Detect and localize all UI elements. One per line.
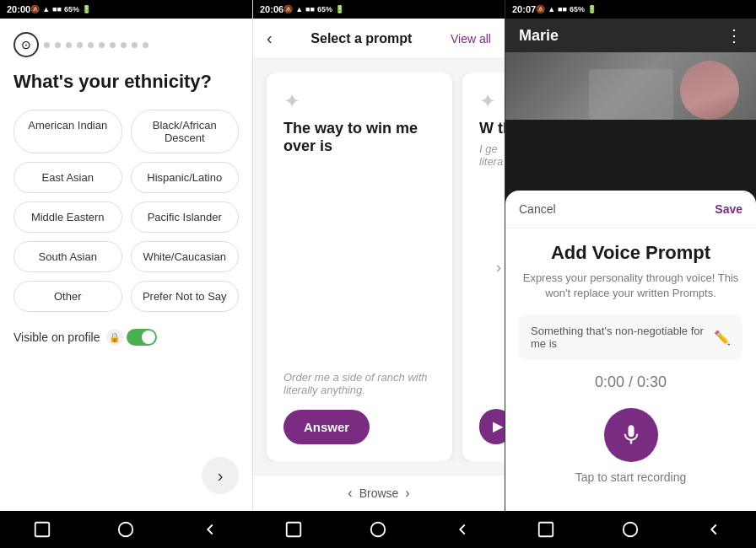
- page-title: What's your ethnicity?: [14, 71, 239, 93]
- progress-dot: [77, 42, 83, 48]
- ethnicity-chip-pacific-islander[interactable]: Pacific Islander: [131, 201, 240, 233]
- voice-modal-wrapper: Cancel Save Add Voice Prompt Express you…: [505, 120, 756, 511]
- nav-circle-icon-3: [621, 520, 640, 539]
- progress-circle: ⊙: [14, 32, 39, 57]
- browse-navigation: ‹ Browse ›: [253, 475, 505, 511]
- voice-prompt-panel: 20:07 🔕 ▲ ■■ 65% 🔋 Marie ⋮: [505, 0, 756, 511]
- profile-photo-background: [505, 52, 756, 120]
- browse-right-chevron[interactable]: ›: [405, 486, 409, 501]
- mic-icon: [619, 423, 643, 447]
- svg-point-3: [371, 523, 386, 537]
- visible-toggle-container: 🔒: [106, 329, 157, 346]
- progress-dot: [66, 42, 72, 48]
- ethnicity-chip-middle-eastern[interactable]: Middle Eastern: [14, 201, 122, 233]
- status-time-3: 20:07: [512, 4, 536, 14]
- progress-dot: [132, 42, 138, 48]
- svg-point-5: [623, 523, 637, 537]
- svg-rect-4: [539, 523, 554, 537]
- browse-left-chevron[interactable]: ‹: [348, 486, 352, 501]
- progress-indicator: ⊙: [14, 32, 239, 57]
- ethnicity-chip-prefer-not[interactable]: Prefer Not to Say: [131, 281, 240, 312]
- next-button[interactable]: ›: [202, 457, 239, 494]
- progress-dot: [99, 42, 105, 48]
- ethnicity-chip-american-indian[interactable]: American Indian: [14, 110, 122, 153]
- header-title: Select a prompt: [310, 31, 412, 46]
- edit-icon[interactable]: ✏️: [714, 330, 731, 346]
- mic-container: Tap to start recording: [519, 408, 742, 497]
- voice-prompt-modal: Cancel Save Add Voice Prompt Express you…: [505, 191, 756, 511]
- profile-name: Marie: [519, 27, 559, 45]
- prompt-input-row: Something that's non-negotiable for me i…: [519, 314, 742, 360]
- prompt-card-1: ✦ The way to win me over is Order me a s…: [267, 73, 452, 461]
- svg-point-1: [119, 523, 133, 537]
- prompt-cards-area: ✦ The way to win me over is Order me a s…: [253, 59, 505, 475]
- profile-header: Marie ⋮: [505, 19, 756, 52]
- status-bar-1: 20:00 🔕 ▲ ■■ 65% 🔋: [0, 0, 252, 19]
- modal-header: Cancel Save: [505, 191, 756, 228]
- scroll-right-icon[interactable]: ›: [496, 258, 501, 276]
- visible-label: Visible on profile: [14, 330, 100, 344]
- tap-start-label: Tap to start recording: [575, 470, 687, 484]
- ethnicity-grid: American Indian Black/African Descent Ea…: [14, 110, 239, 312]
- nav-back-icon-2: [453, 520, 472, 539]
- view-all-link[interactable]: View all: [451, 32, 491, 46]
- ethnicity-chip-black-african[interactable]: Black/African Descent: [131, 110, 240, 153]
- ethnicity-chip-other[interactable]: Other: [14, 281, 122, 312]
- status-icons-3: 🔕 ▲ ■■ 65% 🔋: [536, 5, 597, 13]
- svg-rect-0: [35, 523, 50, 537]
- cancel-button[interactable]: Cancel: [519, 202, 556, 216]
- browse-label: Browse: [359, 486, 399, 500]
- prompt-card-text-1: The way to win me over is: [284, 120, 435, 361]
- ethnicity-chip-east-asian[interactable]: East Asian: [14, 162, 122, 193]
- prompt-card-icon-2: ✦: [479, 89, 505, 113]
- answer-button-1[interactable]: Answer: [284, 410, 370, 444]
- timer-display: 0:00 / 0:30: [519, 373, 742, 391]
- progress-dot: [88, 42, 94, 48]
- status-bar-3: 20:07 🔕 ▲ ■■ 65% 🔋: [505, 0, 756, 19]
- visible-toggle[interactable]: [127, 329, 157, 346]
- progress-dot: [143, 42, 148, 48]
- ethnicity-chip-white-caucasian[interactable]: White/Caucasian: [131, 241, 240, 272]
- status-time-2: 20:06: [260, 4, 284, 14]
- visible-on-profile-row: Visible on profile 🔒: [14, 329, 239, 346]
- nav-square-icon-2: [284, 520, 303, 539]
- prompt-input-text: Something that's non-negotiable for me i…: [531, 325, 707, 350]
- save-button[interactable]: Save: [715, 202, 742, 216]
- status-icons-1: 🔕 ▲ ■■ 65% 🔋: [30, 5, 91, 13]
- prompt-card-icon-1: ✦: [284, 89, 435, 113]
- nav-square-icon-1: [33, 520, 51, 539]
- toggle-thumb: [142, 330, 155, 344]
- status-time-1: 20:00: [7, 4, 30, 14]
- profile-avatar: [680, 61, 739, 120]
- photo-placeholder: [589, 69, 673, 120]
- nav-square-icon-3: [537, 520, 555, 539]
- progress-dot: [55, 42, 61, 48]
- prompt-card-subtitle-1: Order me a side of ranch with literally …: [284, 371, 435, 396]
- back-button[interactable]: ‹: [267, 29, 273, 48]
- nav-back-icon-3: [705, 520, 723, 539]
- nav-circle-icon-2: [369, 520, 387, 539]
- ethnicity-panel: 20:00 🔕 ▲ ■■ 65% 🔋 ⊙: [0, 0, 252, 511]
- ethnicity-chip-hispanic-latino[interactable]: Hispanic/Latino: [131, 162, 240, 193]
- modal-title: Add Voice Prompt: [519, 242, 742, 264]
- prompt-header: ‹ Select a prompt View all: [253, 19, 505, 59]
- prompt-card-subtitle-2: I ge litera: [479, 142, 505, 168]
- nav-back-icon-1: [201, 520, 219, 539]
- modal-body: Add Voice Prompt Express your personalit…: [505, 228, 756, 511]
- ethnicity-content: ⊙ What's your ethnicity? American Indian: [0, 19, 252, 511]
- prompt-selection-panel: 20:06 🔕 ▲ ■■ 65% 🔋 ‹ Select a prompt Vie…: [252, 0, 505, 511]
- ethnicity-chip-south-asian[interactable]: South Asian: [14, 241, 122, 272]
- progress-dot: [110, 42, 116, 48]
- bottom-navigation-bar: [0, 511, 756, 548]
- progress-dot: [121, 42, 127, 48]
- more-options-icon[interactable]: ⋮: [726, 25, 742, 46]
- answer-button-2[interactable]: ▶: [479, 409, 505, 444]
- svg-rect-2: [287, 523, 301, 537]
- mic-button[interactable]: [604, 408, 658, 462]
- status-bar-2: 20:06 🔕 ▲ ■■ 65% 🔋: [253, 0, 505, 19]
- status-icons-2: 🔕 ▲ ■■ 65% 🔋: [284, 5, 344, 13]
- prompt-card-text-2: W th: [479, 120, 505, 137]
- nav-circle-icon-1: [116, 520, 135, 539]
- progress-dot: [44, 42, 50, 48]
- prompt-cards-list: ✦ The way to win me over is Order me a s…: [253, 73, 505, 461]
